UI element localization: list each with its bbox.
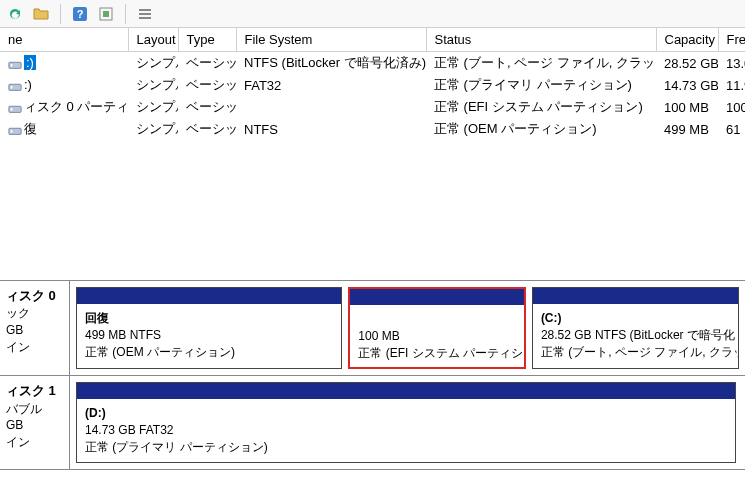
partition-header-bar: [350, 289, 524, 305]
cell-status: 正常 (プライマリ パーティション): [426, 74, 656, 96]
col-type[interactable]: Type: [178, 28, 236, 52]
cell-filesystem: [236, 96, 426, 118]
cell-capacity: 499 MB: [656, 118, 718, 140]
disk-graphical-view: ィスク 0ック GBイン回復499 MB NTFS正常 (OEM パーティション…: [0, 280, 745, 470]
cell-capacity: 100 MB: [656, 96, 718, 118]
partition[interactable]: 回復499 MB NTFS正常 (OEM パーティション): [76, 287, 342, 369]
col-free[interactable]: Free: [718, 28, 745, 52]
partition-info: (D:)14.73 GB FAT32正常 (プライマリ パーティション): [77, 399, 735, 461]
col-status[interactable]: Status: [426, 28, 656, 52]
folder-icon: [33, 6, 49, 22]
svg-text:?: ?: [77, 8, 84, 20]
toolbar-btn-help[interactable]: ?: [69, 3, 91, 25]
disk-row: ィスク 1バブル GBイン(D:)14.73 GB FAT32正常 (プライマリ…: [0, 376, 745, 469]
toolbar-btn-folder[interactable]: [30, 3, 52, 25]
svg-rect-4: [139, 13, 151, 15]
partition-info: 100 MB正常 (EFI システム パーティション): [350, 305, 524, 367]
cell-capacity: 14.73 GB: [656, 74, 718, 96]
separator: [125, 4, 126, 24]
cell-status: 正常 (ブート, ページ ファイル, クラッシュ ダ...: [426, 52, 656, 75]
svg-rect-9: [11, 86, 13, 89]
col-layout[interactable]: Layout: [128, 28, 178, 52]
separator: [60, 4, 61, 24]
disk-label[interactable]: ィスク 1バブル GBイン: [0, 376, 70, 468]
cell-volume: ィスク 0 パーティション 2): [0, 96, 128, 118]
partition[interactable]: (C:)28.52 GB NTFS (BitLocker で暗号化正常 (ブート…: [532, 287, 739, 369]
svg-rect-5: [139, 17, 151, 19]
cell-status: 正常 (EFI システム パーティション): [426, 96, 656, 118]
svg-rect-13: [11, 130, 13, 133]
cell-free: 100: [718, 96, 745, 118]
cell-type: ベーシック: [178, 74, 236, 96]
toolbar-btn-list[interactable]: [134, 3, 156, 25]
disk-partitions: (D:)14.73 GB FAT32正常 (プライマリ パーティション): [70, 376, 745, 468]
action-icon: [98, 6, 114, 22]
column-headers[interactable]: ne Layout Type File System Status Capaci…: [0, 28, 745, 52]
cell-layout: シンプル: [128, 118, 178, 140]
toolbar: ?: [0, 0, 745, 28]
cell-filesystem: FAT32: [236, 74, 426, 96]
cell-free: 11.9: [718, 74, 745, 96]
empty-space: [0, 140, 745, 280]
table-row[interactable]: :)シンプルベーシックNTFS (BitLocker で暗号化済み)正常 (ブー…: [0, 52, 745, 75]
partition[interactable]: 100 MB正常 (EFI システム パーティション): [348, 287, 526, 369]
cell-filesystem: NTFS: [236, 118, 426, 140]
disk-row: ィスク 0ック GBイン回復499 MB NTFS正常 (OEM パーティション…: [0, 281, 745, 376]
partition-info: 回復499 MB NTFS正常 (OEM パーティション): [77, 304, 341, 366]
col-capacity[interactable]: Capacity: [656, 28, 718, 52]
cell-filesystem: NTFS (BitLocker で暗号化済み): [236, 52, 426, 75]
partition-info: (C:)28.52 GB NTFS (BitLocker で暗号化正常 (ブート…: [533, 304, 738, 366]
col-volume[interactable]: ne: [0, 28, 128, 52]
help-icon: ?: [72, 6, 88, 22]
partition-header-bar: [533, 288, 738, 304]
cell-volume: :): [0, 74, 128, 96]
cell-type: ベーシック: [178, 96, 236, 118]
list-icon: [137, 6, 153, 22]
partition-header-bar: [77, 288, 341, 304]
svg-rect-3: [139, 9, 151, 11]
partition-header-bar: [77, 383, 735, 399]
cell-free: 13.0: [718, 52, 745, 75]
toolbar-btn-refresh[interactable]: [4, 3, 26, 25]
table-row[interactable]: :)シンプルベーシックFAT32正常 (プライマリ パーティション)14.73 …: [0, 74, 745, 96]
svg-rect-7: [11, 64, 13, 67]
disk-partitions: 回復499 MB NTFS正常 (OEM パーティション)100 MB正常 (E…: [70, 281, 745, 375]
cell-type: ベーシック: [178, 118, 236, 140]
cell-capacity: 28.52 GB: [656, 52, 718, 75]
col-filesystem[interactable]: File System: [236, 28, 426, 52]
cell-free: 61: [718, 118, 745, 140]
cell-layout: シンプル: [128, 74, 178, 96]
cell-layout: シンプル: [128, 52, 178, 75]
cell-type: ベーシック: [178, 52, 236, 75]
toolbar-btn-action[interactable]: [95, 3, 117, 25]
table-row[interactable]: ィスク 0 パーティション 2)シンプルベーシック正常 (EFI システム パー…: [0, 96, 745, 118]
cell-layout: シンプル: [128, 96, 178, 118]
disk-label[interactable]: ィスク 0ック GBイン: [0, 281, 70, 375]
table-row[interactable]: 復シンプルベーシックNTFS正常 (OEM パーティション)499 MB61: [0, 118, 745, 140]
svg-rect-11: [11, 108, 13, 111]
cell-volume: 復: [0, 118, 128, 140]
volume-list[interactable]: ne Layout Type File System Status Capaci…: [0, 28, 745, 140]
cell-status: 正常 (OEM パーティション): [426, 118, 656, 140]
refresh-icon: [7, 6, 23, 22]
partition[interactable]: (D:)14.73 GB FAT32正常 (プライマリ パーティション): [76, 382, 736, 462]
cell-volume: :): [0, 52, 128, 75]
